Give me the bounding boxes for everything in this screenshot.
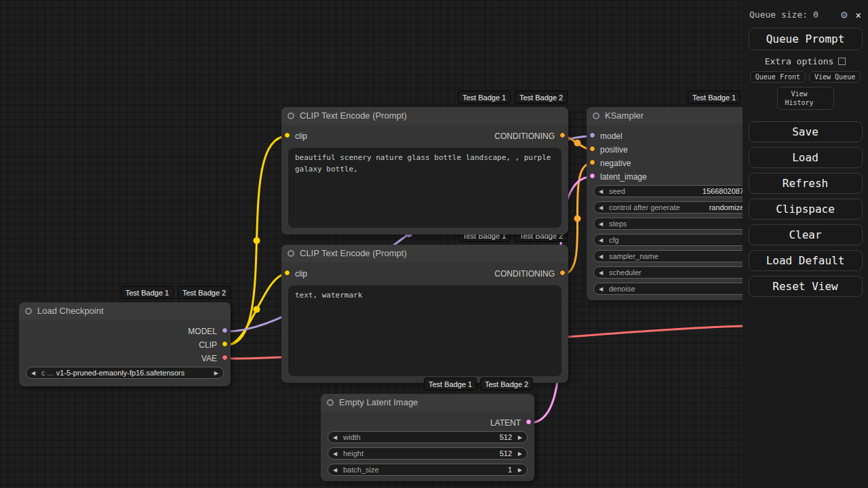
widget-label: scheduler [609,268,642,277]
output-slot-label: CONDITIONING [494,129,555,143]
control-after-generate-widget[interactable]: ◀ control after generate randomize ▶ [593,201,760,214]
positive-input-slot[interactable] [589,146,595,152]
widget-value: 512 [363,433,512,441]
collapse-dot-icon[interactable] [593,113,599,119]
view-history-button[interactable]: View History [777,87,834,110]
load-button[interactable]: Load [749,147,863,168]
clipspace-button[interactable]: Clipspace [749,199,863,220]
widget-label: seed [609,187,625,195]
vae-output-slot[interactable] [222,354,228,361]
seed-widget[interactable]: ◀ seed 1566802087 ▶ [593,185,760,197]
node-clip-text-encode-positive[interactable]: CLIP Text Encode (Prompt) clip CONDITION… [281,107,568,235]
sampler-name-widget[interactable]: ◀ sampler_name ▶ [593,250,760,262]
model-output-slot[interactable] [222,327,228,333]
input-slot-label: negative [600,159,631,168]
decrement-arrow-icon[interactable]: ◀ [599,221,606,227]
link-dot [254,237,260,244]
decrement-arrow-icon[interactable]: ◀ [599,286,606,292]
decrement-arrow-icon[interactable]: ◀ [333,434,340,441]
scheduler-widget[interactable]: ◀ scheduler ▶ [593,266,760,279]
increment-arrow-icon[interactable]: ▶ [515,467,522,473]
decrement-arrow-icon[interactable]: ◀ [599,188,606,195]
node-title-bar[interactable]: CLIP Text Encode (Prompt) [281,107,568,125]
refresh-button[interactable]: Refresh [749,173,863,194]
widget-label: sampler_name [609,252,658,260]
width-widget[interactable]: ◀ width 512 ▶ [328,431,528,443]
clear-button[interactable]: Clear [749,224,863,245]
node-badge: Test Badge 1 [688,91,741,104]
save-button[interactable]: Save [749,121,863,142]
collapse-dot-icon[interactable] [327,399,334,406]
node-title-bar[interactable]: Load Checkpoint [19,302,231,320]
clip-output-slot[interactable] [222,341,228,347]
view-queue-button[interactable]: View Queue [809,71,861,83]
prev-option-arrow-icon[interactable]: ◀ [31,370,39,376]
extra-options-checkbox[interactable] [838,58,846,65]
increment-arrow-icon[interactable]: ▶ [515,434,522,441]
input-slot-label: model [600,131,623,141]
ckpt-name-widget[interactable]: ◀ c ... v1-5-pruned-emaonly-fp16.safeten… [26,367,224,379]
node-badge: Test Badge 1 [458,91,511,104]
node-title-bar[interactable]: Empty Latent Image [321,394,534,411]
widget-label: denoise [609,285,635,293]
extra-options-label: Extra options [765,56,834,66]
collapse-dot-icon[interactable] [288,250,294,257]
prev-option-arrow-icon[interactable]: ◀ [599,270,606,276]
node-empty-latent-image[interactable]: Empty Latent Image LATENT ◀ width 512 ▶ … [321,394,534,481]
prompt-textarea[interactable]: text, watermark [288,285,561,376]
decrement-arrow-icon[interactable]: ◀ [599,237,606,243]
node-title-bar[interactable]: CLIP Text Encode (Prompt) [281,245,568,262]
load-default-button[interactable]: Load Default [749,250,863,271]
node-title-bar[interactable]: KSampler [587,107,766,125]
reset-view-button[interactable]: Reset View [749,276,863,297]
collapse-dot-icon[interactable] [288,113,294,119]
node-ksampler[interactable]: KSampler model positive negative latent_… [587,107,766,300]
latent-image-input-slot[interactable] [589,173,595,179]
batch-size-widget[interactable]: ◀ batch_size 1 ▶ [328,464,528,476]
collapse-dot-icon[interactable] [25,308,32,314]
increment-arrow-icon[interactable]: ▶ [515,451,522,457]
settings-gear-icon[interactable]: ⚙ [841,8,848,21]
conditioning-output-slot[interactable] [559,132,566,138]
model-input-slot[interactable] [589,132,595,138]
latent-output-slot[interactable] [526,419,532,425]
node-clip-text-encode-negative[interactable]: CLIP Text Encode (Prompt) clip CONDITION… [281,245,568,383]
widget-value: v1-5-pruned-emaonly-fp16.safetensors [56,369,208,377]
link-dot [574,216,581,222]
input-slot-label: positive [600,145,628,155]
node-badge: Test Badge 2 [515,91,568,104]
widget-value: 512 [366,449,512,458]
height-widget[interactable]: ◀ height 512 ▶ [328,447,528,460]
prev-option-arrow-icon[interactable]: ◀ [599,253,606,260]
next-option-arrow-icon[interactable]: ▶ [211,370,218,376]
input-slot-label: clip [295,269,307,279]
node-badge: Test Badge 1 [121,286,174,299]
node-title: KSampler [605,110,644,121]
close-icon[interactable]: ✕ [856,9,861,20]
widget-value: 1566802087 [628,187,744,195]
cfg-widget[interactable]: ◀ cfg ▶ [593,234,760,246]
input-slot-label: clip [295,131,307,141]
output-slot-label: CONDITIONING [494,267,555,281]
output-slot-label: MODEL [188,325,217,338]
widget-label: cfg [609,236,619,244]
node-title: Empty Latent Image [339,397,418,407]
node-load-checkpoint[interactable]: Load Checkpoint MODEL CLIP VAE ◀ c ... v… [19,302,231,386]
queue-prompt-button[interactable]: Queue Prompt [749,28,863,50]
conditioning-output-slot[interactable] [559,270,566,276]
prev-option-arrow-icon[interactable]: ◀ [599,205,606,211]
widget-label: batch_size [343,466,379,474]
steps-widget[interactable]: ◀ steps ▶ [593,218,760,230]
widget-label: width [343,433,361,441]
negative-input-slot[interactable] [589,159,595,165]
input-slot-label: latent_image [600,172,647,182]
denoise-widget[interactable]: ◀ denoise ▶ [593,283,760,295]
queue-front-button[interactable]: Queue Front [750,71,806,83]
prompt-textarea[interactable]: beautiful scenery nature glass bottle la… [288,148,561,228]
decrement-arrow-icon[interactable]: ◀ [333,451,340,457]
decrement-arrow-icon[interactable]: ◀ [333,467,340,473]
clip-input-slot[interactable] [284,132,290,138]
widget-label: control after generate [609,203,680,211]
clip-input-slot[interactable] [284,270,290,276]
widget-value: randomize [683,203,744,211]
